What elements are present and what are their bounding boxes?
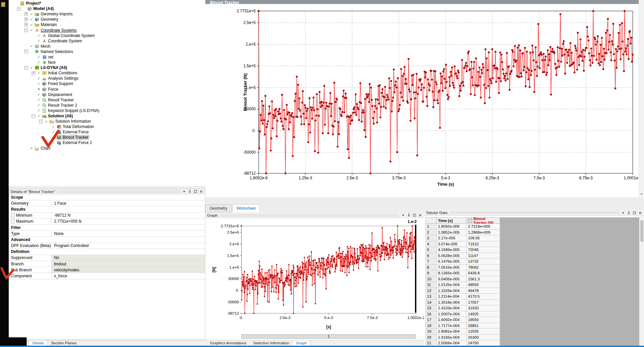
time-step-slider[interactable]: 1 — [241, 334, 416, 339]
chevron-down-icon[interactable] — [182, 189, 186, 194]
tabular-row[interactable]: 191.8081e-00412935 — [425, 329, 500, 335]
maximize-icon[interactable] — [412, 213, 417, 217]
tree-item-fixed-support[interactable]: ✓Fixed Support — [9, 81, 205, 86]
close-icon[interactable] — [638, 211, 642, 215]
tree-item-external-force[interactable]: ✓External Force — [9, 129, 205, 135]
tabular-row[interactable]: 43.074e-00571510 — [425, 241, 500, 247]
chevron-down-icon[interactable] — [401, 213, 405, 217]
tabular-row[interactable]: 111.0125e-00448559 — [425, 282, 500, 288]
details-value[interactable]: velocity/nodes — [52, 267, 205, 273]
collapse-expander-icon[interactable]: − — [32, 114, 35, 118]
tree-item-displacement[interactable]: ✓Displacement — [9, 92, 205, 97]
tree-item-set[interactable]: ✓set — [9, 54, 205, 60]
collapse-expander-icon[interactable]: − — [39, 120, 43, 123]
tabular-scrollbar[interactable] — [640, 216, 644, 346]
details-value[interactable]: -98712 N — [52, 213, 205, 218]
details-value[interactable]: No — [52, 255, 205, 261]
tabular-row[interactable]: 201.9165e-00426300 — [425, 335, 500, 341]
tabular-row[interactable]: 54.1589e-00572045 — [425, 247, 500, 253]
pin-icon[interactable] — [188, 189, 192, 194]
chevron-down-icon[interactable] — [621, 211, 625, 215]
time-cell: 1.3018e-004 — [437, 300, 467, 306]
details-value[interactable]: x_force — [52, 273, 205, 279]
tree-item-geometry-imports[interactable]: +✓Geometry Imports — [9, 11, 205, 17]
tree-item-keyword-snippet-ls-dyna[interactable]: ✓CKeyword Snippet (LS-DYNA) — [9, 108, 205, 113]
tabular-row[interactable]: 161.5007e-00414925 — [425, 311, 500, 317]
tree-item-ls-dyna-a5[interactable]: −✓LS-DYNA (A5) — [9, 65, 205, 70]
collapse-expander-icon[interactable]: − — [24, 66, 28, 70]
tabular-row[interactable]: 131.2114e-0044170.5 — [425, 294, 500, 300]
tabular-row[interactable]: 181.7177e-00428851 — [425, 323, 500, 329]
collapse-expander-icon[interactable]: − — [24, 28, 28, 32]
tabular-row[interactable]: 212.0069e-00424750 — [425, 340, 500, 346]
expand-expander-icon[interactable]: + — [24, 23, 28, 27]
tree-item-geometry[interactable]: +✓Geometry — [9, 17, 205, 22]
bottom-tab-graphics-annotations[interactable]: Graphics Annotations — [207, 340, 250, 346]
maximize-icon[interactable] — [632, 211, 637, 215]
force-column-header[interactable]: ✓Binout Tracker [N] — [467, 217, 500, 224]
tree-item-named-selections[interactable]: −Named Selections — [9, 49, 205, 54]
tabular-row[interactable]: 121.1029e-00449478 — [425, 288, 500, 294]
tree-item-initial-conditions[interactable]: +✓Initial Conditions — [9, 70, 205, 76]
tree-item-total-deformation[interactable]: ✓Total Deformation — [9, 124, 205, 129]
tree-item-project[interactable]: Project* — [9, 1, 205, 6]
bottom-tab-graph[interactable]: Graph — [292, 340, 310, 346]
view-tab-worksheet[interactable]: Worksheet — [232, 204, 260, 212]
maximize-icon[interactable] — [193, 189, 198, 194]
tabular-row[interactable]: 109.0405e-0051561.3 — [425, 276, 500, 282]
tree-item-global-coordinate-system[interactable]: ✓Global Coordinate System — [9, 33, 205, 38]
tree-item-result-tracker[interactable]: ✓Result Tracker — [9, 97, 205, 103]
expand-expander-icon[interactable]: + — [24, 12, 28, 16]
result-checkbox[interactable] — [11, 214, 15, 217]
tabular-row[interactable]: 11.8092e-0062.7119e+005 — [425, 224, 500, 230]
vertical-scrollbar[interactable]: ▼ — [639, 0, 644, 197]
tree-item-solution-a6[interactable]: −✓Solution (A6) — [9, 113, 205, 119]
expand-expander-icon[interactable]: + — [24, 18, 28, 21]
tree-item-external-force-2[interactable]: ✓External Force 2 — [9, 140, 205, 145]
expand-expander-icon[interactable]: + — [32, 71, 35, 75]
tabular-row[interactable]: 87.0516e-00578062 — [425, 265, 500, 271]
tree-item-face[interactable]: ✓face — [9, 60, 205, 65]
tree-item-label: Total Deformation — [63, 124, 94, 129]
tree-item-label: Coordinate System — [48, 39, 82, 43]
details-value[interactable]: 2.7731e+005 N — [52, 219, 205, 224]
tree-item-coordinate-systems[interactable]: −✓Coordinate Systems — [9, 27, 205, 33]
tree-item-materials[interactable]: +✓Materials — [9, 22, 205, 27]
collapse-expander-icon[interactable]: − — [17, 7, 21, 11]
scrollbar-thumb[interactable] — [640, 220, 643, 242]
details-value[interactable]: Program Controlled — [52, 243, 205, 249]
tree-item-solution-information[interactable]: −✓iSolution Information — [9, 119, 205, 124]
close-icon[interactable] — [199, 189, 203, 194]
tabular-row[interactable]: 32.17e-005109.56 — [425, 235, 500, 241]
tree-item-chart[interactable]: ✓Chart — [9, 146, 205, 151]
tabular-row[interactable]: 151.4103e-00431920 — [425, 305, 500, 311]
details-value[interactable]: None — [52, 231, 205, 236]
view-tab-geometry[interactable]: Geometry — [205, 204, 232, 212]
details-value[interactable]: 1 Face — [52, 200, 205, 206]
details-value[interactable]: bndout — [52, 261, 205, 267]
result-checkbox[interactable] — [11, 220, 15, 223]
collapse-expander-icon[interactable]: − — [24, 50, 28, 53]
binout-tracker-checkbox[interactable]: ✓ — [468, 219, 472, 223]
scroll-down-button[interactable]: ▼ — [639, 192, 644, 197]
pin-icon[interactable] — [407, 213, 411, 217]
tabular-row[interactable]: 65.0628e-00511147 — [425, 253, 500, 259]
tree-item-model-a4[interactable]: −Model (A4) — [9, 6, 205, 11]
tree-item-mesh[interactable]: ✓Mesh — [9, 44, 205, 49]
tree-item-binout-tracker[interactable]: ✓Binout Tracker — [9, 135, 205, 140]
pin-icon[interactable] — [627, 211, 631, 215]
left-tab-section-planes[interactable]: Section Planes — [48, 340, 80, 346]
tabular-row[interactable]: 141.3018e-00417057 — [425, 300, 500, 306]
time-column-header[interactable]: Time [s] — [437, 217, 467, 224]
left-tab-details[interactable]: Details — [29, 340, 48, 346]
tree-item-force[interactable]: ✕Force — [9, 87, 205, 92]
tabular-row[interactable]: 76.1476e-00513732 — [425, 259, 500, 265]
tabular-row[interactable]: 21.0852e-0051.2868e+005 — [425, 230, 500, 236]
tree-item-analysis-settings[interactable]: ✓Analysis Settings — [9, 76, 205, 81]
close-icon[interactable] — [418, 213, 422, 217]
tabular-row[interactable]: 98.1365e-0055436.8 — [425, 270, 500, 276]
tabular-row[interactable]: 171.6092e-00418550 — [425, 317, 500, 323]
tree-item-result-tracker-2[interactable]: ✓Result Tracker 2 — [9, 103, 205, 108]
tree-item-coordinate-system[interactable]: ✓Coordinate System — [9, 38, 205, 44]
bottom-tab-selection-information[interactable]: Selection Information — [250, 340, 292, 346]
